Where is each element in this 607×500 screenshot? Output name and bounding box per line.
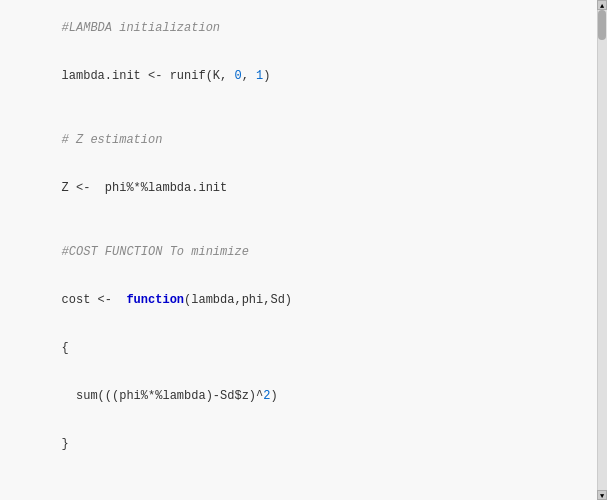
line-9: { xyxy=(0,324,607,372)
scroll-up-button[interactable]: ▲ xyxy=(597,0,607,10)
line-1: #LAMBDA initialization xyxy=(0,4,607,52)
code-area[interactable]: #LAMBDA initialization lambda.init <- ru… xyxy=(0,0,607,500)
line-10: sum(((phi%*%lambda)-Sd$z)^2) xyxy=(0,372,607,420)
vertical-scrollbar[interactable]: ▲ ▼ xyxy=(597,0,607,500)
line-4: # Z estimation xyxy=(0,116,607,164)
editor-container: #LAMBDA initialization lambda.init <- ru… xyxy=(0,0,607,500)
line-7: #COST FUNCTION To minimize xyxy=(0,228,607,276)
line-8: cost <- function(lambda,phi,Sd) xyxy=(0,276,607,324)
scrollbar-thumb[interactable] xyxy=(598,10,606,40)
line-blank-2 xyxy=(0,212,607,228)
line-13: #OPTIMIZATION xyxy=(0,484,607,500)
line-blank-1 xyxy=(0,100,607,116)
line-5: Z <- phi%*%lambda.init xyxy=(0,164,607,212)
line-blank-3 xyxy=(0,468,607,484)
line-11: } xyxy=(0,420,607,468)
scroll-down-button[interactable]: ▼ xyxy=(597,490,607,500)
line-2: lambda.init <- runif(K, 0, 1) xyxy=(0,52,607,100)
